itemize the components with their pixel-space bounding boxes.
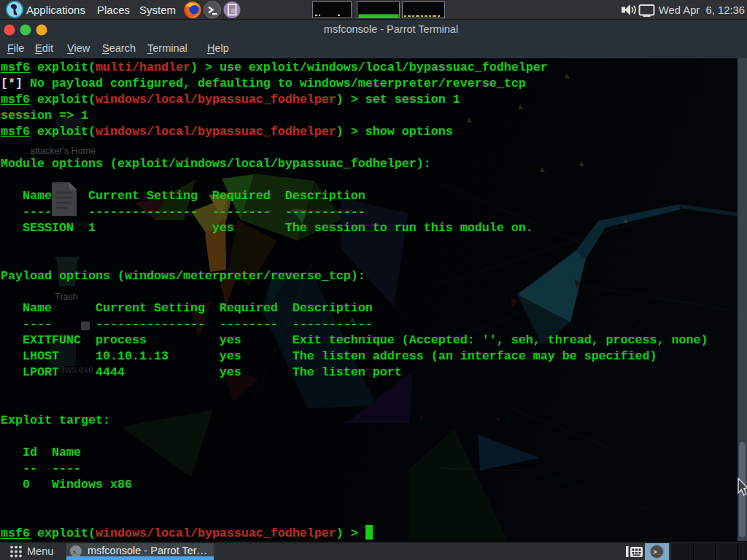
svg-text:>_: >_ <box>653 549 661 556</box>
svg-text:>_: >_ <box>73 549 80 556</box>
